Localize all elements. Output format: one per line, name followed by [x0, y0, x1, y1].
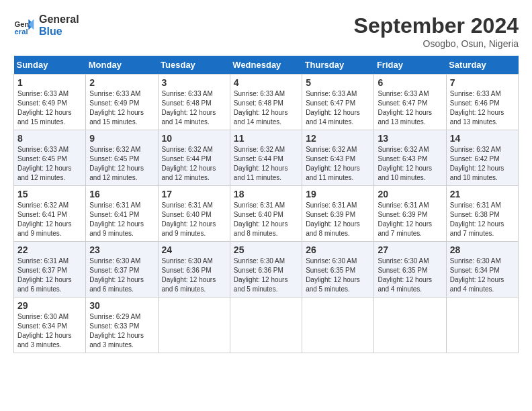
- day-info: Sunrise: 6:32 AM Sunset: 6:43 PM Dayligh…: [378, 145, 442, 183]
- day-info: Sunrise: 6:33 AM Sunset: 6:48 PM Dayligh…: [234, 89, 298, 127]
- calendar-week-3: 15Sunrise: 6:32 AM Sunset: 6:41 PM Dayli…: [14, 186, 519, 242]
- day-info: Sunrise: 6:31 AM Sunset: 6:39 PM Dayligh…: [306, 201, 370, 238]
- header-wednesday: Wednesday: [230, 56, 302, 75]
- day-number: 10: [162, 133, 226, 144]
- calendar-cell: [302, 298, 374, 353]
- calendar-cell: 13Sunrise: 6:32 AM Sunset: 6:43 PM Dayli…: [374, 130, 446, 186]
- calendar-cell: [374, 298, 446, 353]
- day-info: Sunrise: 6:30 AM Sunset: 6:36 PM Dayligh…: [234, 257, 298, 294]
- calendar-cell: 2Sunrise: 6:33 AM Sunset: 6:49 PM Daylig…: [86, 75, 158, 130]
- calendar-cell: [158, 298, 230, 353]
- calendar-cell: 12Sunrise: 6:32 AM Sunset: 6:43 PM Dayli…: [302, 130, 374, 186]
- svg-text:eral: eral: [15, 28, 28, 36]
- day-number: 29: [17, 300, 82, 311]
- day-info: Sunrise: 6:33 AM Sunset: 6:47 PM Dayligh…: [306, 89, 370, 127]
- day-number: 12: [306, 133, 370, 144]
- calendar-cell: 27Sunrise: 6:30 AM Sunset: 6:35 PM Dayli…: [374, 242, 446, 298]
- day-info: Sunrise: 6:33 AM Sunset: 6:46 PM Dayligh…: [450, 89, 515, 127]
- day-number: 13: [378, 133, 442, 144]
- day-info: Sunrise: 6:33 AM Sunset: 6:49 PM Dayligh…: [89, 89, 154, 127]
- calendar-cell: [446, 298, 518, 353]
- calendar-cell: 28Sunrise: 6:30 AM Sunset: 6:34 PM Dayli…: [446, 242, 518, 298]
- day-number: 21: [450, 189, 515, 199]
- day-info: Sunrise: 6:32 AM Sunset: 6:42 PM Dayligh…: [450, 145, 515, 183]
- day-info: Sunrise: 6:30 AM Sunset: 6:35 PM Dayligh…: [378, 257, 442, 294]
- day-number: 11: [234, 133, 298, 144]
- day-info: Sunrise: 6:30 AM Sunset: 6:36 PM Dayligh…: [162, 257, 226, 294]
- calendar-week-5: 29Sunrise: 6:30 AM Sunset: 6:34 PM Dayli…: [14, 298, 519, 353]
- day-number: 26: [306, 244, 370, 255]
- day-number: 15: [17, 189, 82, 199]
- day-info: Sunrise: 6:33 AM Sunset: 6:49 PM Dayligh…: [17, 89, 82, 127]
- logo-icon: Gen eral: [13, 15, 35, 36]
- day-info: Sunrise: 6:33 AM Sunset: 6:48 PM Dayligh…: [162, 89, 226, 127]
- calendar-cell: 25Sunrise: 6:30 AM Sunset: 6:36 PM Dayli…: [230, 242, 302, 298]
- day-number: 19: [306, 189, 370, 199]
- calendar-cell: 8Sunrise: 6:33 AM Sunset: 6:45 PM Daylig…: [14, 130, 86, 186]
- day-number: 28: [450, 244, 515, 255]
- calendar-table: SundayMondayTuesdayWednesdayThursdayFrid…: [13, 56, 519, 353]
- day-info: Sunrise: 6:30 AM Sunset: 6:37 PM Dayligh…: [89, 257, 154, 294]
- calendar-cell: 15Sunrise: 6:32 AM Sunset: 6:41 PM Dayli…: [14, 186, 86, 242]
- calendar-cell: 6Sunrise: 6:33 AM Sunset: 6:47 PM Daylig…: [374, 75, 446, 130]
- day-info: Sunrise: 6:31 AM Sunset: 6:38 PM Dayligh…: [450, 201, 515, 238]
- calendar-cell: 10Sunrise: 6:32 AM Sunset: 6:44 PM Dayli…: [158, 130, 230, 186]
- day-number: 25: [234, 244, 298, 255]
- day-number: 17: [162, 189, 226, 199]
- day-number: 2: [89, 77, 154, 88]
- day-number: 22: [17, 244, 82, 255]
- day-info: Sunrise: 6:31 AM Sunset: 6:37 PM Dayligh…: [17, 257, 82, 294]
- header-friday: Friday: [374, 56, 446, 75]
- day-info: Sunrise: 6:31 AM Sunset: 6:40 PM Dayligh…: [234, 201, 298, 238]
- calendar-week-1: 1Sunrise: 6:33 AM Sunset: 6:49 PM Daylig…: [14, 75, 519, 130]
- calendar-header-row: SundayMondayTuesdayWednesdayThursdayFrid…: [14, 56, 519, 75]
- day-info: Sunrise: 6:32 AM Sunset: 6:43 PM Dayligh…: [306, 145, 370, 183]
- day-number: 7: [450, 77, 515, 88]
- calendar-cell: 19Sunrise: 6:31 AM Sunset: 6:39 PM Dayli…: [302, 186, 374, 242]
- header-sunday: Sunday: [14, 56, 86, 75]
- calendar-week-4: 22Sunrise: 6:31 AM Sunset: 6:37 PM Dayli…: [14, 242, 519, 298]
- calendar-cell: 11Sunrise: 6:32 AM Sunset: 6:44 PM Dayli…: [230, 130, 302, 186]
- calendar-cell: 22Sunrise: 6:31 AM Sunset: 6:37 PM Dayli…: [14, 242, 86, 298]
- calendar-cell: 23Sunrise: 6:30 AM Sunset: 6:37 PM Dayli…: [86, 242, 158, 298]
- day-info: Sunrise: 6:32 AM Sunset: 6:44 PM Dayligh…: [162, 145, 226, 183]
- day-info: Sunrise: 6:33 AM Sunset: 6:47 PM Dayligh…: [378, 89, 442, 127]
- header-monday: Monday: [86, 56, 158, 75]
- day-info: Sunrise: 6:30 AM Sunset: 6:34 PM Dayligh…: [450, 257, 515, 294]
- calendar-cell: 16Sunrise: 6:31 AM Sunset: 6:41 PM Dayli…: [86, 186, 158, 242]
- day-info: Sunrise: 6:32 AM Sunset: 6:41 PM Dayligh…: [17, 201, 82, 238]
- location: Osogbo, Osun, Nigeria: [354, 38, 519, 49]
- day-number: 5: [306, 77, 370, 88]
- page-header: Gen eral GeneralBlue September 2024 Osog…: [13, 13, 519, 49]
- day-number: 16: [89, 189, 154, 199]
- day-number: 14: [450, 133, 515, 144]
- logo-text: GeneralBlue: [39, 13, 79, 38]
- calendar-cell: 30Sunrise: 6:29 AM Sunset: 6:33 PM Dayli…: [86, 298, 158, 353]
- calendar-week-2: 8Sunrise: 6:33 AM Sunset: 6:45 PM Daylig…: [14, 130, 519, 186]
- day-number: 8: [17, 133, 82, 144]
- calendar-cell: 9Sunrise: 6:32 AM Sunset: 6:45 PM Daylig…: [86, 130, 158, 186]
- day-number: 18: [234, 189, 298, 199]
- svg-text:Gen: Gen: [15, 20, 30, 28]
- calendar-cell: 21Sunrise: 6:31 AM Sunset: 6:38 PM Dayli…: [446, 186, 518, 242]
- day-info: Sunrise: 6:32 AM Sunset: 6:44 PM Dayligh…: [234, 145, 298, 183]
- calendar-cell: 3Sunrise: 6:33 AM Sunset: 6:48 PM Daylig…: [158, 75, 230, 130]
- day-number: 9: [89, 133, 154, 144]
- day-number: 3: [162, 77, 226, 88]
- day-info: Sunrise: 6:30 AM Sunset: 6:34 PM Dayligh…: [17, 312, 82, 350]
- calendar-cell: 14Sunrise: 6:32 AM Sunset: 6:42 PM Dayli…: [446, 130, 518, 186]
- calendar-cell: 1Sunrise: 6:33 AM Sunset: 6:49 PM Daylig…: [14, 75, 86, 130]
- calendar-cell: 26Sunrise: 6:30 AM Sunset: 6:35 PM Dayli…: [302, 242, 374, 298]
- calendar-cell: 29Sunrise: 6:30 AM Sunset: 6:34 PM Dayli…: [14, 298, 86, 353]
- header-thursday: Thursday: [302, 56, 374, 75]
- day-number: 27: [378, 244, 442, 255]
- day-info: Sunrise: 6:29 AM Sunset: 6:33 PM Dayligh…: [89, 312, 154, 350]
- day-number: 6: [378, 77, 442, 88]
- day-info: Sunrise: 6:31 AM Sunset: 6:41 PM Dayligh…: [89, 201, 154, 238]
- day-number: 1: [17, 77, 82, 88]
- day-number: 20: [378, 189, 442, 199]
- day-info: Sunrise: 6:31 AM Sunset: 6:39 PM Dayligh…: [378, 201, 442, 238]
- header-saturday: Saturday: [446, 56, 518, 75]
- logo: Gen eral GeneralBlue: [13, 13, 79, 38]
- day-number: 24: [162, 244, 226, 255]
